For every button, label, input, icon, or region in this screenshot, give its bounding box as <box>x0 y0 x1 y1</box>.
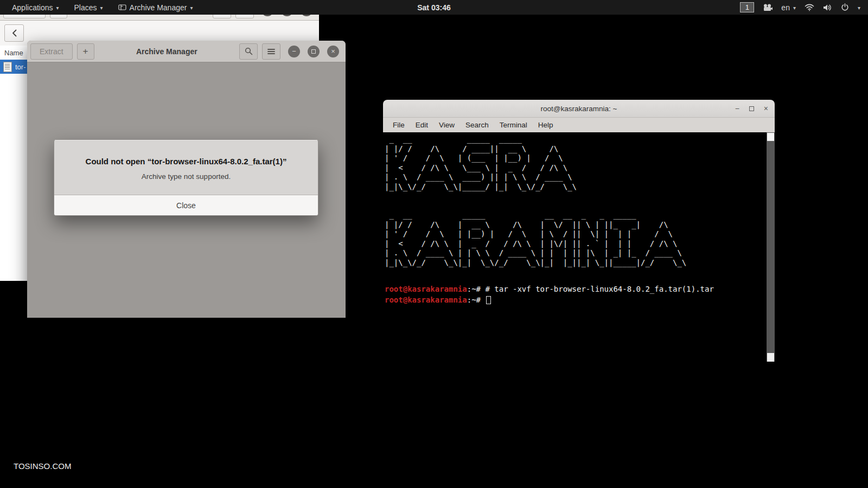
dialog-body: Could not open “tor-browser-linux64-8.0.… <box>54 140 318 195</box>
chevron-down-icon: ▾ <box>100 5 103 11</box>
search-icon <box>245 47 253 55</box>
power-icon[interactable] <box>841 3 849 11</box>
window-controls: − × <box>285 46 342 57</box>
error-dialog: Could not open “tor-browser-linux64-8.0.… <box>54 139 318 216</box>
new-tab-button[interactable]: + <box>77 43 94 60</box>
scrollbar-thumb[interactable] <box>767 133 774 141</box>
applications-menu-label: Applications <box>12 3 53 12</box>
dialog-title: Could not open “tor-browser-linux64-8.0.… <box>65 157 307 166</box>
menu-search[interactable]: Search <box>460 121 494 129</box>
terminal-cursor <box>486 296 491 304</box>
top-bar-right: 1 en ▾ <box>740 0 868 15</box>
minimize-button[interactable]: − <box>735 104 739 113</box>
applications-menu[interactable]: Applications ▾ <box>5 0 66 15</box>
dialog-message: Archive type not supported. <box>65 172 307 181</box>
places-menu[interactable]: Places ▾ <box>68 0 110 15</box>
menu-edit[interactable]: Edit <box>410 121 433 129</box>
archive-manager-app-icon <box>118 4 126 11</box>
terminal-body: _ __ _____ _____ | |/ / /\ / ____|| __ \… <box>383 132 767 362</box>
wifi-icon[interactable] <box>805 4 814 11</box>
top-bar: Applications ▾ Places ▾ Archive Manager … <box>0 0 868 15</box>
menu-button[interactable] <box>262 43 280 60</box>
selected-file-label: tor- <box>15 63 26 71</box>
back-button[interactable] <box>4 24 24 42</box>
close-button[interactable]: × <box>764 104 768 113</box>
scrollbar-bottom-cap <box>767 353 774 362</box>
maximize-button[interactable] <box>308 46 320 57</box>
keyboard-layout-menu[interactable]: en ▾ <box>781 0 796 15</box>
window-title: Archive Manager <box>99 47 235 56</box>
terminal-title: root@kasrakaramnia: ~ <box>383 105 775 113</box>
prompt-line-1: root@kasrakaramnia:~# # tar -xvf tor-bro… <box>385 285 767 294</box>
chevron-down-icon: ▾ <box>190 5 193 11</box>
terminal-window: root@kasrakaramnia: ~ − × File Edit View… <box>383 100 775 362</box>
minimize-button[interactable]: − <box>288 46 300 57</box>
terminal-prompts: root@kasrakaramnia:~# # tar -xvf tor-bro… <box>385 285 767 305</box>
top-bar-left: Applications ▾ Places ▾ Archive Manager … <box>0 0 199 15</box>
volume-icon[interactable] <box>823 4 832 11</box>
screen-recorder-icon[interactable] <box>763 4 773 11</box>
chevron-down-icon[interactable]: ▾ <box>858 5 860 11</box>
ascii-art-karamnia: _ __ _____ __ __ _ _ _____ | |/ / /\ | _… <box>385 210 767 267</box>
hamburger-icon <box>267 48 275 55</box>
prompt-user: root@kasrakaramnia <box>385 285 467 293</box>
workspace-indicator[interactable]: 1 <box>740 2 754 12</box>
extract-button-disabled: Extract <box>30 43 73 60</box>
menu-help[interactable]: Help <box>533 121 559 129</box>
watermark-text: TOSINSO.COM <box>14 461 71 471</box>
prompt-suffix: :~# <box>467 296 486 304</box>
file-icon <box>3 62 12 72</box>
prompt-line-2: root@kasrakaramnia:~# <box>385 294 767 305</box>
prompt-user: root@kasrakaramnia <box>385 296 467 304</box>
command-text: # tar -xvf tor-browser-linux64-8.0.2_fa.… <box>485 285 713 293</box>
menu-view[interactable]: View <box>433 121 460 129</box>
keyboard-layout-label: en <box>781 3 790 12</box>
menu-terminal[interactable]: Terminal <box>494 121 533 129</box>
active-app-menu-label: Archive Manager <box>130 3 187 12</box>
terminal-window-controls: − × <box>735 104 775 113</box>
maximize-icon <box>311 49 316 54</box>
archive-front-headerbar: Extract + Archive Manager − × <box>27 41 346 62</box>
search-button[interactable] <box>239 43 258 60</box>
terminal-titlebar: root@kasrakaramnia: ~ − × <box>383 100 775 118</box>
active-app-menu[interactable]: Archive Manager ▾ <box>112 0 200 15</box>
terminal-menubar: File Edit View Search Terminal Help <box>383 118 775 132</box>
terminal-scrollbar[interactable] <box>767 132 775 362</box>
maximize-button[interactable] <box>749 106 754 111</box>
chevron-left-icon <box>12 29 17 37</box>
close-button[interactable]: × <box>327 46 339 57</box>
ascii-art-kasra: _ __ _____ _____ | |/ / /\ / ____|| __ \… <box>385 134 767 191</box>
prompt-suffix: :~# <box>467 285 486 293</box>
menu-file[interactable]: File <box>387 121 410 129</box>
dialog-close-button[interactable]: Close <box>54 195 318 215</box>
chevron-down-icon: ▾ <box>793 5 796 11</box>
places-menu-label: Places <box>74 3 97 12</box>
chevron-down-icon: ▾ <box>56 5 59 11</box>
